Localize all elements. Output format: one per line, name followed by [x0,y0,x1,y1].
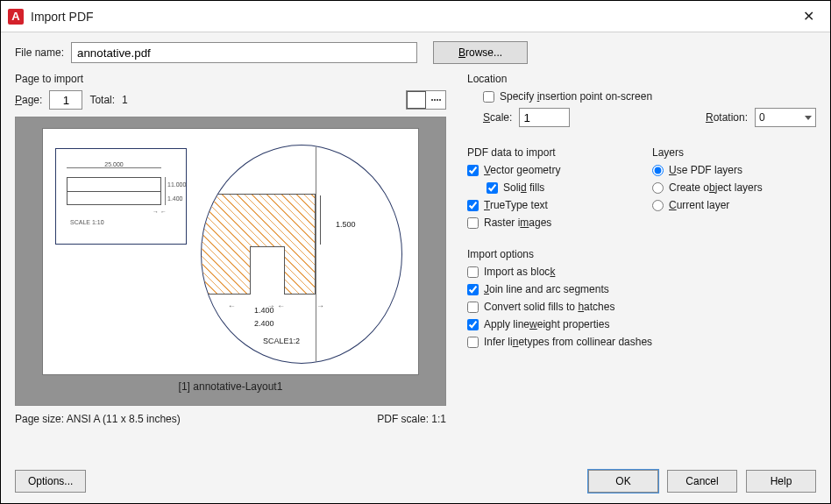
pdf-data-group: PDF data to import Vector geometry Solid… [467,146,631,234]
truetype-checkbox[interactable]: TrueType text [467,199,631,211]
page-info-row: Page size: ANSI A (11 x 8.5 inches) PDF … [15,413,446,425]
grid-view-icon[interactable] [426,91,445,109]
help-button[interactable]: Help [746,470,816,493]
preview-frame: 25.000 11.000 1.400 SCALE 1:10 → ← [15,117,446,406]
ok-button[interactable]: OK [588,470,658,493]
mini-viewport: 25.000 11.000 1.400 SCALE 1:10 → ← [55,148,187,245]
right-column: Location Specify insertion point on-scre… [467,73,816,454]
dialog-body: File name: Browse... Page to import Page… [1,32,830,463]
file-name-input[interactable] [71,42,417,63]
page-to-import-heading: Page to import [15,73,446,85]
location-heading: Location [467,73,816,85]
file-row: File name: Browse... [15,41,816,64]
data-layers-row: PDF data to import Vector geometry Solid… [467,146,816,234]
page-to-import-group: Page to import Page: Total: 1 25 [15,73,446,454]
options-button[interactable]: Options... [15,470,86,493]
pdf-scale-label: PDF scale: [377,413,429,425]
location-group: Location Specify insertion point on-scre… [467,73,816,132]
single-page-icon[interactable] [407,91,426,109]
infer-linetypes-checkbox[interactable]: Infer linetypes from collinear dashes [467,336,816,348]
total-value: 1 [122,94,128,106]
preview-caption: [1] annotative-Layout1 [179,380,283,393]
rotation-label: Rotation: [706,111,748,124]
scale-rotation-row: Scale: Rotation: 0 [483,108,816,127]
create-object-layers-radio[interactable]: Create object layers [652,181,816,194]
window-title: Import PDF [31,10,794,24]
app-icon: A [8,9,24,25]
page-size-value: ANSI A (11 x 8.5 inches) [67,413,181,425]
convert-fills-checkbox[interactable]: Convert solid fills to hatches [467,301,816,313]
specify-insertion-input[interactable] [483,91,494,103]
file-name-label: File name: [15,46,64,59]
page-size-label: Page size: [15,413,64,425]
vector-geometry-checkbox[interactable]: Vector geometry [467,164,631,176]
footer: Options... OK Cancel Help [1,463,830,503]
close-icon[interactable]: ✕ [794,4,823,28]
current-layer-radio[interactable]: Current layer [652,199,816,211]
use-pdf-layers-radio[interactable]: Use PDF layers [652,164,816,176]
page-input[interactable] [49,90,82,110]
main-columns: Page to import Page: Total: 1 25 [15,73,816,454]
apply-lineweight-checkbox[interactable]: Apply lineweight properties [467,318,816,330]
page-row: Page: Total: 1 [15,90,446,110]
titlebar: A Import PDF ✕ [1,1,830,32]
join-segments-checkbox[interactable]: Join line and arc segments [467,283,816,295]
total-label: Total: [89,94,115,106]
specify-insertion-checkbox[interactable]: Specify insertion point on-screen [483,90,816,103]
import-options-group: Import options Import as block Join line… [467,248,816,353]
pdf-data-heading: PDF data to import [467,146,631,159]
cancel-button[interactable]: Cancel [667,470,737,493]
scale-label: Scale: [483,111,512,124]
page-label: Page: [15,94,42,106]
pdf-scale-value: 1:1 [431,413,446,425]
import-as-block-checkbox[interactable]: Import as block [467,266,816,278]
solid-fills-checkbox[interactable]: Solid fills [487,181,631,194]
layers-group: Layers Use PDF layers Create object laye… [652,146,816,234]
browse-button[interactable]: Browse... [433,41,528,64]
preview-page[interactable]: 25.000 11.000 1.400 SCALE 1:10 → ← [42,128,419,375]
dialog-window: A Import PDF ✕ File name: Browse... Page… [0,0,831,504]
rotation-select[interactable]: 0 [755,108,816,127]
view-toggle [406,90,446,110]
raster-images-checkbox[interactable]: Raster images [467,217,631,229]
import-options-heading: Import options [467,248,816,260]
scale-input[interactable] [519,108,570,127]
chevron-down-icon [805,116,812,120]
layers-heading: Layers [652,146,816,159]
detail-viewport: 1.500 ←→ ←→ 1.400 2.400 SCALE1:2 [201,145,402,364]
